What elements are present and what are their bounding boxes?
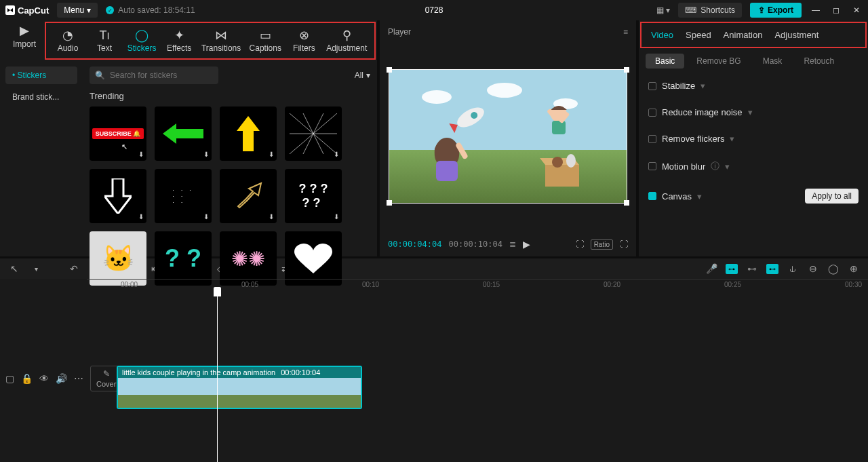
sticker-cat[interactable]: 🐱 — [90, 231, 146, 286]
tab-transitions[interactable]: ⋈Transitions — [201, 27, 241, 54]
player-label: Player — [388, 27, 411, 37]
sticker-outline-down-arrow[interactable]: ⬇ — [90, 169, 146, 223]
magnet-badge[interactable]: ⊷ — [766, 264, 778, 274]
checkbox[interactable] — [648, 135, 656, 143]
sticker-yellow-arrow[interactable]: ⬇ — [220, 107, 277, 161]
tab-effects[interactable]: ✦Effects — [164, 27, 194, 54]
align-icon[interactable]: ⫝ — [787, 263, 799, 275]
import-icon: ▶ — [20, 23, 29, 38]
sidebar-item-brand[interactable]: Brand stick... — [5, 88, 77, 106]
export-button[interactable]: ⇪ Export — [750, 3, 802, 18]
undo-button[interactable]: ↶ — [68, 263, 80, 275]
play-button[interactable]: ▶ — [523, 239, 530, 250]
tab-audio[interactable]: ◔Audio — [53, 27, 83, 54]
sticker-gold-arrow[interactable]: ⬇ — [220, 169, 277, 223]
menu-button[interactable]: Menu ▾ — [57, 3, 98, 18]
subtab-mask[interactable]: Mask — [753, 54, 792, 69]
player-canvas[interactable] — [387, 43, 629, 229]
download-icon: ⬇ — [138, 151, 144, 158]
minimize-button[interactable]: — — [810, 4, 822, 16]
checkbox[interactable] — [648, 162, 656, 170]
layout-icon[interactable]: ▦ ▾ — [656, 5, 670, 15]
list-icon[interactable]: ≣ — [509, 239, 516, 249]
download-icon: ⬇ — [269, 213, 274, 220]
prop-motion[interactable]: Motion blurⓘ▾ — [639, 152, 868, 180]
sidebar-item-stickers[interactable]: Stickers — [5, 66, 77, 84]
maximize-button[interactable]: ◻ — [830, 4, 842, 16]
tab-adjustment[interactable]: ⚲Adjustment — [326, 27, 368, 54]
apply-to-all-button[interactable]: Apply to all — [805, 189, 859, 204]
props-tab-animation[interactable]: Animation — [724, 30, 763, 40]
prop-canvas[interactable]: Canvas▾ Apply to all — [639, 180, 868, 212]
checkbox[interactable] — [648, 82, 656, 90]
chevron-down-icon: ▾ — [701, 81, 705, 91]
prop-noise[interactable]: Reduce image noise▾ — [639, 99, 868, 126]
video-frame[interactable] — [389, 69, 627, 204]
svg-point-14 — [454, 103, 487, 131]
chevron-down-icon[interactable]: ▾ — [30, 263, 42, 275]
sticker-grid: SUBSCRIBE 🔔↖⬇ ⬇ ⬇ ⬇ ⬇ · · · · ·· ·⬇ ⬇ ? … — [90, 107, 370, 286]
mute-icon[interactable]: 🔊 — [56, 372, 67, 385]
player-menu-icon[interactable]: ≡ — [623, 27, 628, 37]
ratio-button[interactable]: Ratio — [591, 239, 613, 250]
tab-filters[interactable]: ⊗Filters — [289, 27, 319, 54]
subtab-retouch[interactable]: Retouch — [794, 54, 844, 69]
collapse-icon[interactable]: ▢ — [5, 372, 14, 385]
checkbox[interactable] — [648, 192, 656, 200]
svg-line-9 — [313, 134, 323, 154]
sticker-subscribe[interactable]: SUBSCRIBE 🔔↖⬇ — [90, 107, 146, 161]
sticker-question-marks[interactable]: ? ? ? ? ?⬇ — [285, 169, 342, 223]
prop-stabilize[interactable]: Stabilize▾ — [639, 73, 868, 99]
timeline-tracks[interactable]: little kids couple playing in the camp a… — [87, 292, 868, 462]
filter-icon: ▾ — [366, 71, 370, 80]
prop-flickers[interactable]: Remove flickers▾ — [639, 126, 868, 152]
sticker-heart[interactable] — [285, 231, 342, 286]
info-icon: ⓘ — [711, 160, 719, 172]
tab-captions[interactable]: ▭Captions — [248, 27, 282, 54]
stickers-icon: ◯ — [135, 28, 149, 42]
ruler-tick: 00:25 — [724, 281, 741, 288]
tab-text[interactable]: TIText — [90, 27, 119, 54]
props-tab-video[interactable]: Video — [651, 30, 673, 40]
autosave-status: ✓ Auto saved: 18:54:11 — [106, 5, 195, 15]
lock-icon[interactable]: 🔒 — [21, 372, 33, 385]
audio-icon: ◔ — [62, 28, 73, 42]
zoom-out-icon[interactable]: ⊖ — [807, 263, 819, 275]
tab-stickers[interactable]: ◯Stickers — [126, 27, 157, 54]
props-tab-adjustment[interactable]: Adjustment — [774, 30, 818, 40]
crop-icon[interactable]: ⛶ — [576, 239, 584, 249]
zoom-fit-icon[interactable]: ◯ — [827, 263, 840, 275]
chevron-down-icon: ▾ — [87, 5, 91, 15]
all-filter-button[interactable]: All ▾ — [355, 71, 370, 80]
checkbox[interactable] — [648, 109, 656, 117]
more-icon[interactable]: ⋯ — [74, 372, 83, 385]
sticker-fireworks[interactable]: ✺✺ — [220, 231, 277, 286]
sticker-green-arrow[interactable]: ⬇ — [155, 107, 212, 161]
svg-line-8 — [303, 134, 313, 154]
zoom-in-icon[interactable]: ⊕ — [848, 263, 860, 275]
sticker-teal-question[interactable]: ? ? — [155, 231, 212, 286]
eye-icon[interactable]: 👁 — [39, 372, 49, 385]
playhead[interactable] — [217, 292, 218, 462]
shortcuts-button[interactable]: ⌨ Shortcuts — [678, 3, 742, 18]
mic-icon[interactable]: 🎤 — [705, 263, 717, 275]
track-icon[interactable]: ⊷ — [746, 263, 758, 275]
close-button[interactable]: ✕ — [850, 4, 863, 16]
sticker-stars[interactable]: · · · · ·· ·⬇ — [155, 169, 212, 223]
download-icon: ⬇ — [203, 213, 209, 220]
sticker-speed-lines[interactable]: ⬇ — [285, 107, 342, 161]
fullscreen-icon[interactable]: ⛶ — [620, 239, 628, 249]
props-tab-speed[interactable]: Speed — [686, 30, 711, 40]
timeline-ruler[interactable]: 00:00 00:05 00:10 00:15 00:20 00:25 00:3… — [87, 279, 868, 292]
ruler-tick: 00:00 — [121, 281, 138, 288]
svg-line-2 — [303, 113, 313, 134]
media-panel: ▶ Import ◔Audio TIText ◯Stickers ✦Effect… — [0, 20, 377, 256]
search-input[interactable] — [90, 66, 218, 84]
subtab-removebg[interactable]: Remove BG — [687, 54, 750, 69]
tab-import[interactable]: ▶ Import — [7, 23, 42, 49]
properties-tabs-highlight: Video Speed Animation Adjustment — [640, 22, 867, 48]
subtab-basic[interactable]: Basic — [646, 54, 684, 69]
video-clip[interactable]: little kids couple playing in the camp a… — [117, 366, 362, 409]
cursor-tool[interactable]: ↖ — [8, 263, 20, 275]
snap-badge[interactable]: ⊶ — [726, 264, 738, 274]
